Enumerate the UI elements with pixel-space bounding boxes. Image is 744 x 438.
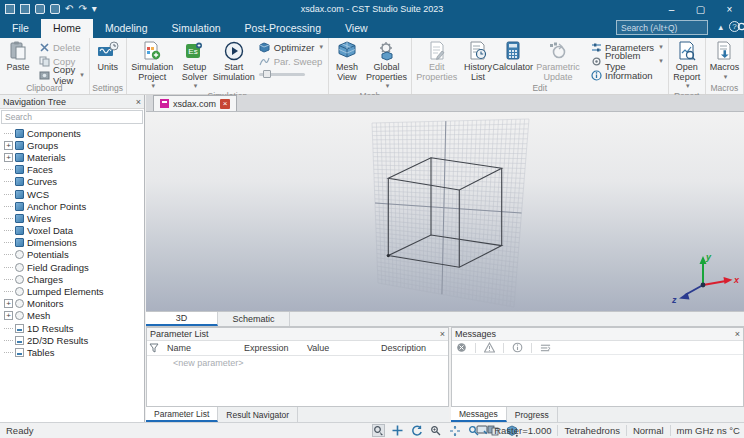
navigation-tree-close-icon[interactable]: × [136, 97, 141, 107]
tree-item-anchor-points[interactable]: Anchor Points [4, 200, 144, 212]
tree-item-curves[interactable]: Curves [4, 176, 144, 188]
mesh-type-field[interactable]: Tetrahedrons [564, 425, 619, 436]
qat-customize-icon[interactable]: ▾ [92, 4, 97, 14]
tree-item-wcs[interactable]: WCS [4, 188, 144, 200]
tree-item-faces[interactable]: Faces [4, 164, 144, 176]
tree-item-mesh[interactable]: +Mesh [4, 310, 144, 322]
setup-solver-button[interactable]: Es Setup Solver ▾ [177, 39, 212, 91]
save-all-icon[interactable] [50, 4, 60, 14]
pan-tool-icon[interactable] [391, 424, 404, 437]
tab-messages[interactable]: Messages [451, 407, 507, 422]
expand-icon[interactable]: + [4, 299, 13, 308]
optimizer-button[interactable]: Optimizer ▾ [256, 40, 326, 54]
minimize-button[interactable]: – [657, 0, 686, 18]
tab-simulation[interactable]: Simulation [160, 19, 233, 38]
collapse-ribbon-icon[interactable]: ▴ [718, 22, 723, 32]
global-properties-label: Global Properties [366, 63, 407, 82]
parametric-update-button[interactable]: Parametric Update [530, 39, 586, 83]
filter-icon[interactable] [147, 343, 165, 353]
node-icon [15, 250, 24, 259]
units-button[interactable]: Units [92, 39, 124, 74]
warnings-filter-icon[interactable] [484, 342, 495, 353]
new-parameter-row[interactable]: <new parameter> [147, 356, 448, 369]
delete-button[interactable]: Delete [35, 40, 87, 54]
acceleration-slider[interactable] [259, 73, 305, 76]
tab-3d[interactable]: 3D [146, 312, 218, 326]
tree-search-input[interactable] [2, 112, 142, 122]
column-value[interactable]: Value [305, 343, 379, 353]
document-close-icon[interactable]: × [220, 99, 230, 109]
start-simulation-button[interactable]: Start Simulation [213, 39, 255, 83]
expand-icon[interactable]: + [4, 153, 13, 162]
copy-view-button[interactable]: Copy View ▾ [35, 68, 87, 82]
tree-item-materials[interactable]: +Materials [4, 151, 144, 163]
tree-item-1d-results[interactable]: 1D Results [4, 322, 144, 334]
simulation-project-button[interactable]: Simulation Project ▾ [129, 39, 176, 91]
mode-field[interactable]: Normal [633, 425, 664, 436]
calculator-button[interactable]: Calculator [497, 39, 529, 74]
tab-modeling[interactable]: Modeling [93, 19, 160, 38]
macros-button[interactable]: Macros ▾ [708, 39, 742, 82]
tab-home[interactable]: Home [41, 19, 93, 38]
parameter-list-close-icon[interactable]: × [440, 329, 445, 339]
info-filter-icon[interactable] [512, 342, 523, 353]
expand-icon[interactable]: + [4, 311, 13, 320]
tree-item-groups[interactable]: +Groups [4, 139, 144, 151]
maximize-button[interactable]: ▢ [686, 0, 715, 18]
tab-view[interactable]: View [333, 19, 380, 38]
tree-item-wires[interactable]: Wires [4, 212, 144, 224]
document-tab[interactable]: xsdax.com × [153, 95, 237, 111]
3d-viewport[interactable]: y x z [146, 112, 744, 311]
open-report-button[interactable]: Open Report ▾ [671, 39, 703, 91]
units-field[interactable]: mm GHz ns °C [677, 425, 740, 436]
tab-progress[interactable]: Progress [507, 407, 558, 422]
expand-icon[interactable]: + [4, 141, 13, 150]
raster-field[interactable]: Raster=1.000 [494, 425, 551, 436]
paste-button[interactable]: Paste [2, 39, 34, 74]
undo-icon[interactable]: ↶ [65, 4, 73, 14]
message-options-icon[interactable] [540, 342, 551, 353]
global-properties-button[interactable]: Global Properties ▾ [364, 39, 409, 91]
edit-properties-button[interactable]: Edit Properties [414, 39, 459, 83]
par-sweep-button[interactable]: Par. Sweep [256, 54, 326, 68]
slider-handle[interactable] [263, 70, 271, 78]
rotate-tool-icon[interactable] [410, 424, 423, 437]
tree-item-tables[interactable]: Tables [4, 346, 144, 358]
search-box[interactable] [616, 20, 708, 35]
tree-item-2d3d-results[interactable]: 2D/3D Results [4, 334, 144, 346]
messages-close-icon[interactable]: × [735, 329, 740, 339]
tree-search-box[interactable] [1, 110, 143, 124]
select-tool-icon[interactable] [372, 424, 385, 437]
tree-item-dimensions[interactable]: Dimensions [4, 237, 144, 249]
tree-item-lumped-elements[interactable]: Lumped Elements [4, 285, 144, 297]
help-icon[interactable]: ? [729, 21, 740, 32]
column-description[interactable]: Description [379, 343, 448, 353]
tree-item-charges[interactable]: Charges [4, 273, 144, 285]
tree-item-voxel-data[interactable]: Voxel Data [4, 225, 144, 237]
save-icon[interactable] [35, 4, 45, 14]
tree-item-components[interactable]: Components [4, 127, 144, 139]
tab-file[interactable]: File [0, 19, 41, 38]
problem-type-button[interactable]: Problem Type ▾ [587, 54, 666, 68]
tree-item-potentials[interactable]: Potentials [4, 249, 144, 261]
close-button[interactable]: × [715, 0, 744, 18]
history-list-button[interactable]: History List [460, 39, 495, 83]
tab-result-navigator[interactable]: Result Navigator [218, 407, 298, 422]
mesh-view-button[interactable]: Mesh View [331, 39, 363, 83]
information-button[interactable]: Information [587, 68, 666, 82]
new-project-icon[interactable] [5, 4, 15, 14]
tab-post-processing[interactable]: Post-Processing [233, 19, 333, 38]
open-project-icon[interactable] [20, 4, 30, 14]
tab-parameter-list[interactable]: Parameter List [146, 407, 218, 422]
tab-schematic[interactable]: Schematic [218, 312, 290, 326]
column-expression[interactable]: Expression [242, 343, 305, 353]
spin-view-icon[interactable] [448, 424, 461, 437]
tree-item-monitors[interactable]: +Monitors [4, 298, 144, 310]
redo-icon[interactable]: ↷ [78, 4, 86, 14]
errors-filter-icon[interactable] [456, 342, 467, 353]
zoom-window-icon[interactable] [429, 424, 442, 437]
display-settings-icon[interactable] [475, 424, 488, 437]
setup-solver-caret-icon: ▾ [194, 82, 198, 90]
tree-item-field-gradings[interactable]: Field Gradings [4, 261, 144, 273]
column-name[interactable]: Name [165, 343, 242, 353]
